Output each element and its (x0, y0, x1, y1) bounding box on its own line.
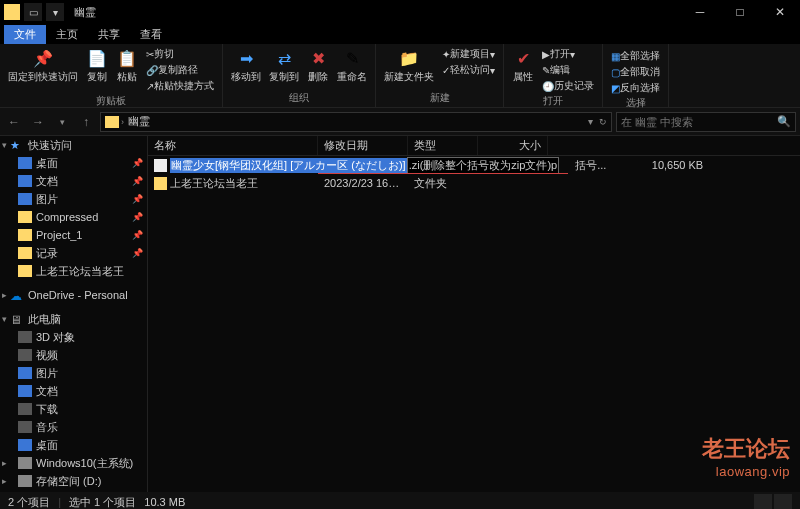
open-icon: ▶ (542, 49, 550, 60)
sidebar[interactable]: ▾★快速访问 桌面📌 文档📌 图片📌 Compressed📌 Project_1… (0, 136, 148, 492)
newitem-icon: ✦ (442, 49, 450, 60)
window-title: 幽霊 (74, 5, 96, 20)
pin-icon: 📌 (132, 194, 143, 204)
selectall-icon: ▦ (611, 51, 620, 62)
address-dropdown[interactable]: ▾ (588, 116, 593, 127)
file-type: 括号... (569, 158, 639, 173)
breadcrumb-segment[interactable]: 幽霊 (124, 114, 154, 129)
view-details-button[interactable] (754, 494, 772, 509)
maximize-button[interactable]: □ (720, 0, 760, 24)
edit-icon: ✎ (542, 65, 550, 76)
copyto-button[interactable]: ⇄复制到 (267, 46, 301, 85)
view-icons-button[interactable] (774, 494, 792, 509)
sidebar-item-music[interactable]: 音乐 (0, 418, 147, 436)
properties-button[interactable]: ✔属性 (510, 46, 536, 94)
pin-button[interactable]: 📌固定到快速访问 (6, 46, 80, 94)
history-button[interactable]: 🕘历史记录 (540, 78, 596, 94)
sidebar-thispc[interactable]: ▾🖥此电脑 (0, 310, 147, 328)
rename-input[interactable]: 幽霊少女[钢华团汉化组] [アルカー区 (なだしお)].zi(删除整个括号改为z… (170, 157, 559, 174)
column-headers: 名称 修改日期 类型 大小 (148, 136, 800, 156)
delete-button[interactable]: ✖删除 (305, 46, 331, 85)
sidebar-item-drive-d[interactable]: ▸存储空间 (D:) (0, 472, 147, 490)
sidebar-item-videos[interactable]: 视频 (0, 346, 147, 364)
forward-button[interactable]: → (28, 112, 48, 132)
selectnone-button[interactable]: ▢全部取消 (609, 64, 662, 80)
sidebar-item-pictures2[interactable]: 图片 (0, 364, 147, 382)
address-bar[interactable]: › 幽霊 ▾ ↻ (100, 112, 612, 132)
tab-file[interactable]: 文件 (4, 25, 46, 44)
tab-view[interactable]: 查看 (130, 25, 172, 44)
col-size[interactable]: 大小 (478, 136, 548, 155)
sidebar-item-downloads[interactable]: 下载 (0, 400, 147, 418)
minimize-button[interactable]: ─ (680, 0, 720, 24)
download-icon (18, 403, 32, 415)
tab-home[interactable]: 主页 (46, 25, 88, 44)
copy-button[interactable]: 📄复制 (84, 46, 110, 94)
refresh-button[interactable]: ↻ (599, 117, 607, 127)
open-button[interactable]: ▶打开 ▾ (540, 46, 596, 62)
rename-button[interactable]: ✎重命名 (335, 46, 369, 85)
pictures-icon (18, 193, 32, 205)
search-icon[interactable]: 🔍 (777, 115, 791, 128)
chevron-down-icon[interactable]: ▾ (2, 140, 7, 150)
tab-share[interactable]: 共享 (88, 25, 130, 44)
paste-icon: 📋 (116, 47, 138, 69)
chevron-down-icon[interactable]: ▾ (2, 314, 7, 324)
paste-button[interactable]: 📋粘贴 (114, 46, 140, 94)
file-row-renaming[interactable]: 幽霊少女[钢华团汉化组] [アルカー区 (なだしお)].zi(删除整个括号改为z… (148, 156, 800, 174)
sidebar-item-3d[interactable]: 3D 对象 (0, 328, 147, 346)
chevron-right-icon[interactable]: ▸ (2, 458, 7, 468)
folder-icon (105, 116, 119, 128)
up-button[interactable]: ↑ (76, 112, 96, 132)
file-row[interactable]: 上老王论坛当老王 2023/2/23 16:31 文件夹 (148, 174, 800, 192)
sidebar-quick-access[interactable]: ▾★快速访问 (0, 136, 147, 154)
selectall-button[interactable]: ▦全部选择 (609, 48, 662, 64)
ribbon: 📌固定到快速访问 📄复制 📋粘贴 ✂剪切 🔗复制路径 ↗粘贴快捷方式 剪贴板 ➡… (0, 44, 800, 108)
file-name: 上老王论坛当老王 (170, 176, 258, 191)
invert-button[interactable]: ◩反向选择 (609, 80, 662, 96)
path-icon: 🔗 (146, 65, 158, 76)
search-box[interactable]: 🔍 (616, 112, 796, 132)
easy-icon: ✓ (442, 65, 450, 76)
cut-button[interactable]: ✂剪切 (144, 46, 216, 62)
col-date[interactable]: 修改日期 (318, 136, 408, 155)
pin-icon: 📌 (132, 158, 143, 168)
newfolder-button[interactable]: 📁新建文件夹 (382, 46, 436, 85)
sidebar-item-compressed[interactable]: Compressed📌 (0, 208, 147, 226)
qat-btn-1[interactable]: ▭ (24, 3, 42, 21)
chevron-right-icon[interactable]: ▸ (2, 476, 7, 486)
drive-icon (18, 457, 32, 469)
copypath-button[interactable]: 🔗复制路径 (144, 62, 216, 78)
pin-icon: 📌 (32, 47, 54, 69)
col-type[interactable]: 类型 (408, 136, 478, 155)
recent-button[interactable]: ▾ (52, 112, 72, 132)
sidebar-item-records[interactable]: 记录📌 (0, 244, 147, 262)
status-selected: 选中 1 个项目 (69, 495, 136, 510)
newitem-button[interactable]: ✦新建项目 ▾ (440, 46, 497, 62)
pasteshortcut-button[interactable]: ↗粘贴快捷方式 (144, 78, 216, 94)
col-name[interactable]: 名称 (148, 136, 318, 155)
desktop-icon (18, 157, 32, 169)
moveto-button[interactable]: ➡移动到 (229, 46, 263, 85)
sidebar-item-laowang[interactable]: 上老王论坛当老王 (0, 262, 147, 280)
sidebar-onedrive[interactable]: ▸☁OneDrive - Personal (0, 286, 147, 304)
qat-btn-2[interactable]: ▾ (46, 3, 64, 21)
search-input[interactable] (621, 116, 777, 128)
group-organize: 组织 (289, 91, 309, 105)
sidebar-item-pictures[interactable]: 图片📌 (0, 190, 147, 208)
underline-annotation (318, 173, 568, 174)
sidebar-item-drive-c[interactable]: ▸Windows10(主系统) (0, 454, 147, 472)
back-button[interactable]: ← (4, 112, 24, 132)
sidebar-item-documents[interactable]: 文档📌 (0, 172, 147, 190)
selectnone-icon: ▢ (611, 67, 620, 78)
sidebar-item-desktop2[interactable]: 桌面 (0, 436, 147, 454)
sidebar-item-documents2[interactable]: 文档 (0, 382, 147, 400)
edit-button[interactable]: ✎编辑 (540, 62, 596, 78)
easyaccess-button[interactable]: ✓轻松访问 ▾ (440, 62, 497, 78)
chevron-right-icon[interactable]: ▸ (2, 290, 7, 300)
folder-icon (18, 229, 32, 241)
sidebar-item-desktop[interactable]: 桌面📌 (0, 154, 147, 172)
sidebar-item-project1[interactable]: Project_1📌 (0, 226, 147, 244)
close-button[interactable]: ✕ (760, 0, 800, 24)
video-icon (18, 349, 32, 361)
